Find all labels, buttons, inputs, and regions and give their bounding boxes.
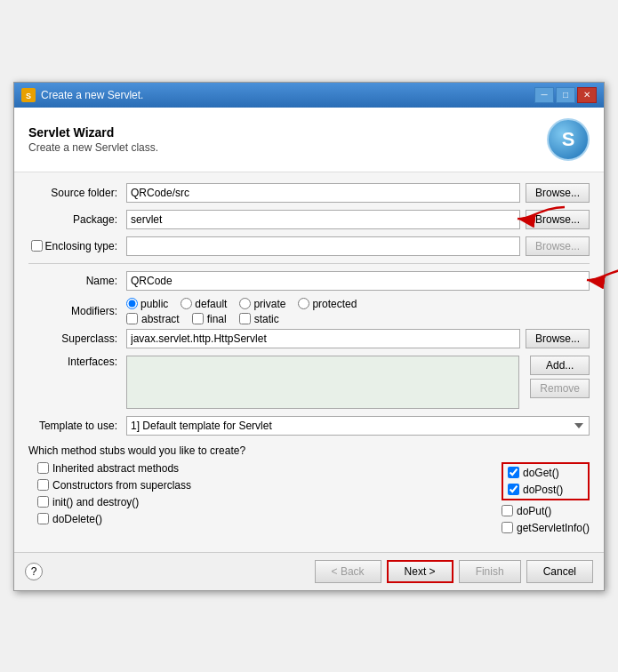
main-window: S Create a new Servlet. ─ □ ✕ Servlet Wi…	[13, 82, 605, 591]
help-button[interactable]: ?	[25, 563, 43, 580]
method-inherited-label[interactable]: Inherited abstract methods	[37, 462, 484, 475]
method-do-get-label[interactable]: doGet()	[508, 467, 583, 479]
modifier-final-checkbox[interactable]	[192, 313, 204, 324]
modifier-public-label[interactable]: public	[126, 298, 168, 310]
wizard-subtitle: Create a new Servlet class.	[28, 141, 158, 154]
source-folder-browse-button[interactable]: Browse...	[526, 183, 590, 203]
template-label: Template to use:	[28, 420, 126, 432]
modifier-final-label[interactable]: final	[192, 313, 227, 325]
superclass-label: Superclass:	[28, 332, 126, 345]
interfaces-box	[126, 356, 519, 409]
modifier-abstract-checkbox[interactable]	[126, 313, 138, 324]
modifier-default-label[interactable]: default	[181, 298, 227, 310]
header-area: Servlet Wizard Create a new Servlet clas…	[14, 108, 604, 172]
finish-button[interactable]: Finish	[459, 560, 521, 583]
method-do-put-label[interactable]: doPut()	[502, 505, 590, 517]
highlighted-methods-box: doGet() doPost()	[502, 462, 590, 500]
superclass-browse-button[interactable]: Browse...	[526, 329, 590, 348]
modifiers-row: Modifiers: public default private	[28, 298, 590, 325]
superclass-input[interactable]	[126, 329, 520, 348]
name-label: Name:	[28, 275, 126, 287]
maximize-button[interactable]: □	[556, 87, 575, 103]
divider-1	[28, 263, 590, 264]
title-controls: ─ □ ✕	[534, 87, 597, 103]
method-get-servlet-info-checkbox[interactable]	[502, 522, 513, 533]
method-do-get-checkbox[interactable]	[508, 467, 519, 478]
modifier-protected-label[interactable]: protected	[298, 298, 357, 310]
modifier-private-label[interactable]: private	[239, 298, 285, 310]
package-input[interactable]	[126, 210, 520, 229]
window-icon: S	[21, 88, 36, 102]
superclass-row: Superclass: Browse...	[28, 329, 590, 348]
method-constructors-label[interactable]: Constructors from superclass	[37, 479, 484, 492]
method-do-delete-label[interactable]: doDelete()	[37, 513, 484, 525]
close-button[interactable]: ✕	[577, 87, 597, 103]
method-do-put-checkbox[interactable]	[502, 505, 513, 516]
package-row: Package: Browse...	[28, 210, 590, 229]
modifiers-radio-group: public default private protected	[126, 298, 357, 310]
methods-section: Which method stubs would you like to cre…	[28, 444, 590, 534]
wizard-title: Servlet Wizard	[28, 125, 158, 140]
method-do-delete-checkbox[interactable]	[37, 513, 49, 524]
enclosing-type-label: Enclosing type:	[28, 240, 126, 252]
modifier-protected-radio[interactable]	[298, 298, 309, 309]
interfaces-remove-button[interactable]: Remove	[530, 379, 590, 398]
modifier-abstract-label[interactable]: abstract	[126, 313, 180, 325]
modifiers-inner: public default private protected	[126, 298, 357, 325]
modifier-static-label[interactable]: static	[239, 313, 279, 325]
method-get-servlet-info-label[interactable]: getServletInfo()	[502, 522, 590, 534]
footer: ? < Back Next > Finish Cancel	[14, 552, 604, 590]
cancel-button[interactable]: Cancel	[526, 560, 593, 583]
name-input[interactable]	[126, 271, 590, 291]
methods-right-column: doGet() doPost() doPut() getServletInf	[502, 462, 590, 534]
wizard-logo: S	[547, 118, 590, 161]
modifier-static-checkbox[interactable]	[239, 313, 251, 324]
method-init-destroy-label[interactable]: init() and destroy()	[37, 496, 484, 508]
source-folder-row: Source folder: Browse...	[28, 183, 590, 203]
modifier-private-radio[interactable]	[239, 298, 251, 309]
interfaces-label: Interfaces:	[28, 356, 126, 368]
enclosing-type-row: Enclosing type: Browse...	[28, 236, 590, 256]
template-select[interactable]: 1] Default template for Servlet	[126, 416, 590, 436]
enclosing-type-input[interactable]	[126, 236, 520, 256]
method-constructors-checkbox[interactable]	[37, 479, 49, 491]
package-label: Package:	[28, 213, 126, 226]
methods-left-column: Inherited abstract methods Constructors …	[37, 462, 484, 534]
source-folder-label: Source folder:	[28, 187, 126, 199]
modifier-public-radio[interactable]	[126, 298, 138, 309]
modifiers-label: Modifiers:	[28, 305, 126, 317]
method-init-destroy-checkbox[interactable]	[37, 496, 49, 508]
modifiers-check-group: abstract final static	[126, 313, 357, 325]
window-title: Create a new Servlet.	[41, 89, 143, 101]
name-arrow	[585, 264, 618, 295]
template-row: Template to use: 1] Default template for…	[28, 416, 590, 436]
interfaces-add-button[interactable]: Add...	[530, 356, 590, 375]
methods-title: Which method stubs would you like to cre…	[28, 444, 590, 457]
enclosing-type-checkbox[interactable]	[31, 240, 43, 252]
method-do-post-checkbox[interactable]	[508, 484, 519, 495]
name-row: Name:	[28, 271, 590, 291]
next-button[interactable]: Next >	[387, 560, 453, 583]
back-button[interactable]: < Back	[315, 560, 381, 583]
title-bar-left: S Create a new Servlet.	[21, 88, 143, 102]
interfaces-buttons: Add... Remove	[525, 356, 590, 398]
modifier-default-radio[interactable]	[181, 298, 192, 309]
header-text: Servlet Wizard Create a new Servlet clas…	[28, 125, 158, 154]
content-area: Source folder: Browse... Package: B	[14, 172, 604, 552]
method-do-post-label[interactable]: doPost()	[508, 484, 583, 496]
enclosing-type-browse-button[interactable]: Browse...	[526, 236, 590, 256]
minimize-button[interactable]: ─	[534, 87, 554, 103]
package-arrow	[516, 203, 569, 234]
method-inherited-checkbox[interactable]	[37, 462, 49, 474]
footer-buttons: < Back Next > Finish Cancel	[315, 560, 593, 583]
source-folder-input[interactable]	[126, 183, 520, 203]
title-bar: S Create a new Servlet. ─ □ ✕	[14, 83, 604, 108]
methods-columns: Inherited abstract methods Constructors …	[28, 462, 590, 534]
svg-text:S: S	[26, 92, 31, 100]
interfaces-area: Interfaces: Add... Remove	[28, 356, 590, 409]
